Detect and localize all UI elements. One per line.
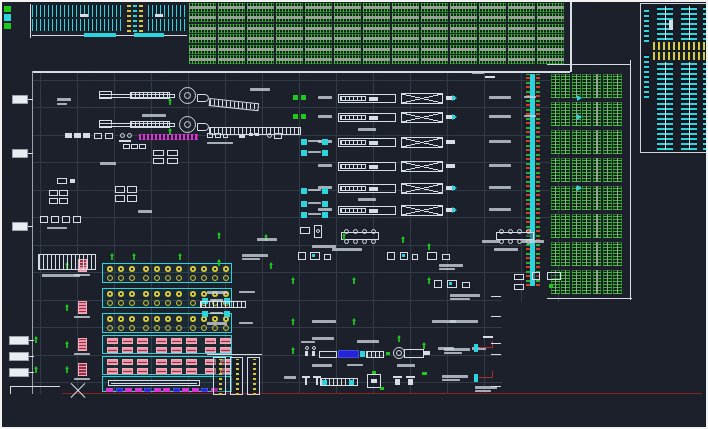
flow-arrow-icon	[178, 253, 182, 260]
text-label-mark	[207, 142, 233, 144]
cad-shape	[139, 144, 146, 149]
pallet-rack-cell	[479, 13, 506, 22]
cad-shape	[105, 133, 113, 139]
cad-shape	[485, 76, 495, 78]
cad-shape	[207, 133, 213, 138]
text-label-mark	[482, 240, 500, 243]
wall-top	[32, 71, 570, 73]
wall-right-upper	[570, 2, 572, 72]
area-label	[358, 128, 376, 131]
cad-shape	[427, 252, 437, 260]
pallet-rack-cell	[603, 130, 612, 154]
cad-shape	[305, 351, 308, 356]
station-circle-icon	[143, 325, 149, 331]
pink-machine	[205, 347, 216, 353]
finish-cell	[106, 388, 113, 392]
station-circle-icon	[129, 275, 135, 281]
conveyor-belt	[209, 98, 260, 111]
machine-row-note	[489, 115, 511, 118]
text-label-mark	[42, 274, 80, 277]
aisle-rack-column	[657, 62, 673, 150]
pallet-rack-cell	[508, 24, 535, 33]
pallet-rack-cell	[561, 214, 570, 238]
pallet-rack-cell	[561, 270, 570, 294]
text-label-mark	[442, 379, 460, 381]
pink-machine	[156, 338, 167, 344]
cad-shape	[131, 144, 138, 149]
machine-body	[338, 113, 396, 122]
pink-machine	[186, 338, 197, 344]
cad-shape	[514, 284, 524, 290]
red-datum-line	[62, 393, 702, 394]
pallet-rack-cell	[593, 130, 602, 154]
cad-shape	[300, 227, 310, 234]
machine-end-bar	[446, 164, 455, 168]
cad-shape	[167, 158, 178, 164]
pink-machine	[107, 368, 118, 374]
pink-station-label	[74, 316, 90, 318]
pallet-rack-cell	[572, 242, 581, 266]
text-label-mark	[210, 312, 223, 314]
machine-row-label	[318, 96, 332, 99]
wall-rack-right	[630, 60, 631, 300]
direction-marker-icon	[577, 95, 582, 101]
pallet-rack-cell	[593, 74, 602, 98]
text-label-mark	[138, 210, 152, 213]
cad-shape	[59, 190, 68, 196]
door-tag	[12, 222, 28, 231]
pink-machine	[156, 368, 167, 374]
station-circle-icon	[154, 300, 160, 306]
flow-arrow-icon	[291, 318, 295, 325]
cad-shape	[491, 386, 501, 387]
machine-body	[338, 94, 396, 103]
station-seat-icon	[154, 266, 160, 272]
door-tag	[9, 352, 29, 361]
pallet-rack-cell	[305, 3, 332, 12]
conveyor-ribbed-section	[130, 121, 170, 128]
station-circle-icon	[118, 325, 124, 331]
pallet-rack-cell	[613, 214, 622, 238]
flow-arrow-icon	[291, 347, 295, 354]
door-tag-lead	[29, 340, 34, 341]
cad-shape	[4, 6, 11, 12]
pink-machine	[205, 338, 216, 344]
cad-shape	[115, 195, 125, 202]
machine-body	[338, 138, 396, 147]
pink-machine	[186, 347, 197, 353]
cad-shape	[167, 150, 178, 156]
station-seat-icon	[118, 316, 124, 322]
flow-arrow-icon	[34, 366, 38, 373]
direction-marker-icon	[452, 207, 457, 213]
chair-icon	[371, 229, 376, 234]
pallet-rack-cell	[561, 130, 570, 154]
station-circle-icon	[129, 300, 135, 306]
pink-machine-band	[102, 335, 232, 354]
pallet-rack-cell	[613, 130, 622, 154]
pink-machine	[171, 359, 182, 365]
pallet-rack-cell	[582, 270, 591, 294]
cad-shape	[202, 311, 208, 317]
cad-shape	[200, 301, 246, 308]
cad-shape	[224, 311, 230, 317]
station-seat-icon	[201, 266, 207, 272]
pallet-rack-cell	[561, 102, 570, 126]
grid-row-line	[32, 80, 570, 81]
chair-icon	[344, 229, 349, 234]
finish-cell	[173, 388, 180, 392]
text-label-mark	[472, 72, 484, 74]
cad-shape	[255, 133, 259, 136]
cad-shape	[434, 280, 442, 288]
pallet-rack-cell	[603, 242, 612, 266]
aisle-rack-column	[681, 6, 697, 40]
pallet-rack-cell	[593, 270, 602, 294]
conveyor-ribbed-section	[130, 92, 170, 99]
machine-row-note	[489, 164, 511, 167]
station-circle-icon	[190, 325, 196, 331]
aisle-center-line	[706, 62, 707, 150]
cad-drawing-canvas[interactable]	[0, 0, 708, 429]
cad-shape	[274, 133, 282, 139]
pallet-rack-cell	[551, 242, 560, 266]
text-label-mark	[239, 291, 255, 293]
station-seat-icon	[176, 316, 182, 322]
cad-shape	[402, 254, 405, 257]
